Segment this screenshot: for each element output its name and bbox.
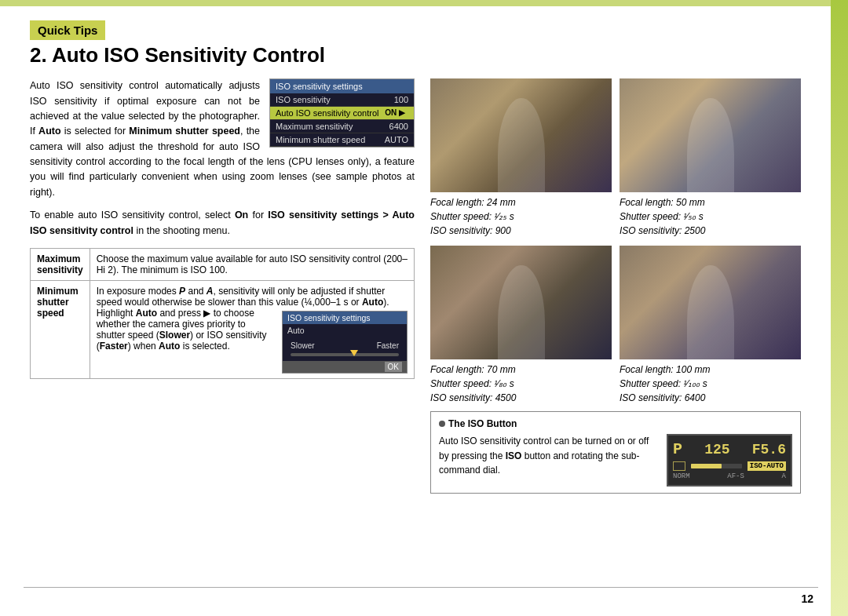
table-desc-min: In exposure modes P and A, sensitivity w… <box>90 280 414 378</box>
main-columns: ISO sensitivity settings ISO sensitivity… <box>30 78 801 494</box>
camera-menu: ISO sensitivity settings ISO sensitivity… <box>269 78 415 148</box>
photo-4 <box>620 246 801 359</box>
slider-label-faster: Faster <box>377 341 399 350</box>
shutter-speed-2: Shutter speed: ¹⁄₅₀ s <box>620 211 704 222</box>
lcd-mode: P <box>673 440 682 458</box>
lcd-aperture: F5.6 <box>752 442 786 457</box>
page: Quick Tips 2. Auto ISO Sensitivity Contr… <box>0 0 848 616</box>
table-desc-max: Choose the maximum value available for a… <box>90 248 414 280</box>
camera-menu2: ISO sensitivity settings Auto Slower Fas… <box>282 311 408 374</box>
focal-length-4: Focal length: 100 mm <box>620 364 710 375</box>
iso-button-title-text: The ISO Button <box>448 418 517 429</box>
photo-1 <box>430 78 612 192</box>
camera-menu-label-2: Auto ISO sensitivity control <box>276 108 378 118</box>
camera-menu-row-1: ISO sensitivity 100 <box>270 93 414 107</box>
camera-menu-value-1: 100 <box>394 95 408 104</box>
lcd-bottom-labels: NORM AF-S A <box>673 472 786 480</box>
photo-2 <box>620 78 801 192</box>
bride-shape-2 <box>687 98 734 192</box>
table-row-2: Minimumshutterspeed In exposure modes P … <box>31 280 415 378</box>
page-number: 12 <box>801 592 813 605</box>
camera-menu-label-4: Minimum shutter speed <box>276 135 365 144</box>
bottom-line <box>24 587 818 588</box>
photo-caption-1: Focal length: 24 mm Shutter speed: ¹⁄₂₅ … <box>430 195 612 238</box>
quick-tips-badge: Quick Tips <box>30 20 105 40</box>
bride-shape-3 <box>498 265 545 359</box>
focal-length-1: Focal length: 24 mm <box>430 197 516 208</box>
lcd-shutter: 125 <box>704 442 729 457</box>
slider-labels: Slower Faster <box>291 341 399 350</box>
left-column: ISO sensitivity settings ISO sensitivity… <box>30 78 415 494</box>
top-bar <box>0 0 848 6</box>
camera-menu-header: ISO sensitivity settings <box>270 79 414 93</box>
photo-caption-3: Focal length: 70 mm Shutter speed: ¹⁄₈₀ … <box>430 363 612 405</box>
photo-item-1: Focal length: 24 mm Shutter speed: ¹⁄₂₅ … <box>430 78 612 238</box>
lcd-top-row: P 125 F5.6 <box>673 440 786 458</box>
table-label-min: Minimumshutterspeed <box>31 280 90 378</box>
table-row-1: Maximumsensitivity Choose the maximum va… <box>31 248 415 280</box>
lcd-label-a: A <box>782 472 786 480</box>
camera-menu-on-badge: ON ▶ <box>382 108 408 118</box>
iso-4: ISO sensitivity: 6400 <box>620 392 705 403</box>
bride-shape-4 <box>687 265 734 359</box>
lcd-label-norm: NORM <box>673 472 690 480</box>
iso-3: ISO sensitivity: 4500 <box>430 392 516 403</box>
iso-button-section: The ISO Button Auto ISO sensitivity cont… <box>430 411 801 494</box>
table-label-max: Maximumsensitivity <box>31 248 90 280</box>
content: Quick Tips 2. Auto ISO Sensitivity Contr… <box>0 6 848 508</box>
bride-shape-1 <box>498 98 545 192</box>
lcd-display: P 125 F5.6 ISO-AUTO <box>667 434 792 487</box>
iso-auto-label: ISO-AUTO <box>747 461 786 471</box>
camera-menu2-header: ISO sensitivity settings <box>283 312 407 324</box>
shutter-speed-1: Shutter speed: ¹⁄₂₅ s <box>430 211 514 222</box>
info-table: Maximumsensitivity Choose the maximum va… <box>30 248 415 379</box>
lcd-bar-fill <box>691 464 722 468</box>
photo-caption-2: Focal length: 50 mm Shutter speed: ¹⁄₅₀ … <box>620 195 801 238</box>
photos-grid: Focal length: 24 mm Shutter speed: ¹⁄₂₅ … <box>430 78 801 405</box>
lcd-label-afs: AF-S <box>727 472 744 480</box>
camera-menu2-slider: Slower Faster <box>283 337 407 361</box>
camera-menu-value-3: 6400 <box>389 122 408 131</box>
lcd-bar <box>691 464 742 468</box>
photo-item-4: Focal length: 100 mm Shutter speed: ¹⁄₁₀… <box>620 246 801 405</box>
iso-section-content: Auto ISO sensitivity control can be turn… <box>439 434 792 487</box>
shutter-speed-3: Shutter speed: ¹⁄₈₀ s <box>430 378 514 389</box>
slider-track <box>291 353 399 356</box>
iso-1: ISO sensitivity: 900 <box>430 225 511 236</box>
slider-label-slower: Slower <box>291 341 315 350</box>
camera-menu-label-3: Maximum sensitivity <box>276 122 353 131</box>
camera-menu2-auto-row: Auto <box>283 324 407 337</box>
right-column: Focal length: 24 mm Shutter speed: ¹⁄₂₅ … <box>430 78 801 494</box>
focal-length-3: Focal length: 70 mm <box>430 364 516 375</box>
main-title: 2. Auto ISO Sensitivity Control <box>30 43 801 67</box>
focal-length-2: Focal length: 50 mm <box>620 197 705 208</box>
lcd-indicator-box <box>673 461 685 471</box>
ok-label: OK <box>385 362 402 372</box>
photo-3 <box>430 246 612 359</box>
camera-menu-row-4: Minimum shutter speed AUTO <box>270 133 414 147</box>
camera-menu-label-1: ISO sensitivity <box>276 95 331 104</box>
shutter-speed-4: Shutter speed: ¹⁄₁₀₀ s <box>620 378 707 389</box>
photo-item-3: Focal length: 70 mm Shutter speed: ¹⁄₈₀ … <box>430 246 612 405</box>
camera-menu-row-3: Maximum sensitivity 6400 <box>270 120 414 133</box>
iso-text: Auto ISO sensitivity control can be turn… <box>439 434 659 478</box>
right-accent <box>831 0 848 616</box>
lcd-bottom-row: ISO-AUTO <box>673 461 786 471</box>
photo-caption-4: Focal length: 100 mm Shutter speed: ¹⁄₁₀… <box>620 363 801 405</box>
camera-menu-value-4: AUTO <box>385 135 408 144</box>
iso-button-title: The ISO Button <box>439 418 792 429</box>
slider-thumb <box>350 350 358 356</box>
enable-text: To enable auto ISO sensitivity control, … <box>30 208 415 239</box>
iso-2: ISO sensitivity: 2500 <box>620 225 705 236</box>
camera-menu-row-2: Auto ISO sensitivity control ON ▶ <box>270 107 414 120</box>
photo-item-2: Focal length: 50 mm Shutter speed: ¹⁄₅₀ … <box>620 78 801 238</box>
ok-badge: OK <box>283 361 407 373</box>
